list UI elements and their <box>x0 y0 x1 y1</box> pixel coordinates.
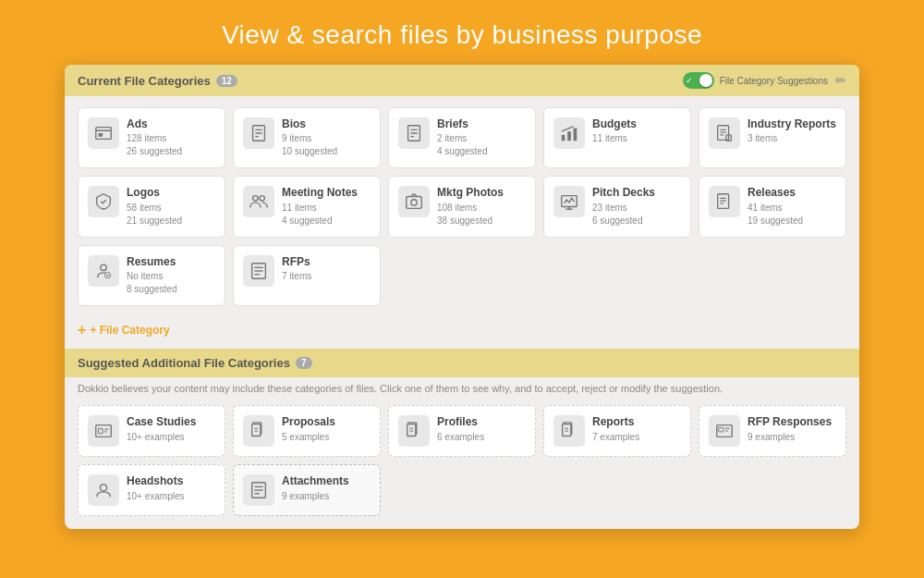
headshots-icon <box>88 474 119 506</box>
category-card-briefs[interactable]: Briefs 2 items4 suggested <box>388 107 536 168</box>
briefs-items: 2 items4 suggested <box>437 132 526 158</box>
file-category-suggestions-toggle[interactable] <box>683 72 714 89</box>
svg-rect-41 <box>252 424 261 437</box>
profiles-icon <box>398 415 430 447</box>
category-card-mktg-photos[interactable]: Mktg Photos 108 items38 suggested <box>388 176 536 237</box>
reports-examples: 7 examples <box>592 431 681 444</box>
toggle-container[interactable]: File Category Suggestions <box>683 72 828 89</box>
suggested-card-profiles[interactable]: Profiles 6 examples <box>388 405 536 457</box>
logos-name: Logos <box>127 186 215 199</box>
profiles-name: Profiles <box>437 415 526 428</box>
toggle-label: File Category Suggestions <box>720 76 828 86</box>
pitch-decks-name: Pitch Decks <box>592 186 681 199</box>
suggested-card-case-studies[interactable]: Case Studies 10+ examples <box>78 405 225 457</box>
suggested-categories-badge: 7 <box>296 357 312 369</box>
budgets-icon <box>553 117 585 149</box>
budgets-items: 11 items <box>592 132 681 145</box>
svg-rect-21 <box>407 197 422 209</box>
suggested-categories-grid: Case Studies 10+ examples Proposals 5 ex… <box>65 401 859 529</box>
bios-icon <box>243 117 274 149</box>
suggested-card-proposals[interactable]: Proposals 5 examples <box>233 405 381 457</box>
svg-rect-49 <box>563 424 571 437</box>
category-card-industry-reports[interactable]: Industry Reports 3 items <box>699 107 846 168</box>
category-card-budgets[interactable]: Budgets 11 items <box>543 107 691 168</box>
headshots-examples: 10+ examples <box>127 490 215 503</box>
category-card-releases[interactable]: Releases 41 items19 suggested <box>699 176 846 237</box>
proposals-icon <box>243 415 274 447</box>
category-card-meeting-notes[interactable]: Meeting Notes 11 items4 suggested <box>233 176 381 237</box>
svg-point-22 <box>411 200 417 205</box>
category-card-pitch-decks[interactable]: Pitch Decks 23 items6 suggested <box>543 176 691 237</box>
rfps-name: RFPs <box>282 255 371 268</box>
svg-rect-12 <box>567 131 571 141</box>
svg-rect-37 <box>99 428 103 434</box>
svg-point-56 <box>100 485 106 491</box>
suggested-card-headshots[interactable]: Headshots 10+ examples <box>78 464 225 516</box>
ads-icon <box>88 117 119 149</box>
main-panel: Current File Categories 12 File Category… <box>65 65 859 529</box>
logos-icon <box>88 186 119 217</box>
releases-items: 41 items19 suggested <box>748 202 836 228</box>
suggested-card-attachments[interactable]: Attachments 9 examples <box>233 464 381 516</box>
ads-items: 128 items26 suggested <box>127 132 215 158</box>
add-category-label: + File Category <box>90 324 169 337</box>
add-category-row: + + File Category <box>65 317 859 349</box>
industry-reports-items: 3 items <box>748 132 836 145</box>
resumes-name: Resumes <box>127 255 215 268</box>
case-studies-examples: 10+ examples <box>127 431 215 444</box>
bios-name: Bios <box>282 117 371 130</box>
mktg-photos-items: 108 items38 suggested <box>437 202 526 228</box>
suggested-description: Dokkio believes your content may include… <box>65 377 859 401</box>
budgets-name: Budgets <box>592 117 681 130</box>
pitch-decks-icon <box>553 186 585 217</box>
attachments-examples: 9 examples <box>282 490 371 503</box>
reports-icon <box>553 415 585 447</box>
suggested-categories-title: Suggested Additional File Categories <box>78 356 290 370</box>
category-card-logos[interactable]: Logos 58 items21 suggested <box>78 176 225 237</box>
logos-items: 58 items21 suggested <box>127 202 215 228</box>
ads-name: Ads <box>127 117 215 130</box>
edit-icon[interactable]: ✏ <box>835 73 846 88</box>
rfps-icon <box>243 255 274 287</box>
attachments-name: Attachments <box>282 474 371 487</box>
page-title: View & search files by business purpose <box>222 20 702 50</box>
resumes-items: No items8 suggested <box>127 270 215 296</box>
current-categories-grid: Ads 128 items26 suggested Bios 9 items10… <box>65 96 859 317</box>
profiles-examples: 6 examples <box>437 431 526 444</box>
briefs-name: Briefs <box>437 117 526 130</box>
resumes-icon <box>88 255 119 287</box>
svg-rect-11 <box>562 135 565 141</box>
category-card-bios[interactable]: Bios 9 items10 suggested <box>233 107 381 168</box>
svg-rect-13 <box>574 129 578 141</box>
category-card-ads[interactable]: Ads 128 items26 suggested <box>78 107 225 168</box>
category-card-resumes[interactable]: Resumes No items8 suggested <box>78 245 225 306</box>
mktg-photos-icon <box>398 186 430 217</box>
svg-point-19 <box>253 196 259 202</box>
svg-rect-0 <box>96 128 112 140</box>
rfp-responses-name: RFP Responses <box>748 415 836 428</box>
add-category-button[interactable]: + + File Category <box>78 323 170 338</box>
suggested-card-rfp-responses[interactable]: RFP Responses 9 examples <box>699 405 846 457</box>
meeting-notes-name: Meeting Notes <box>282 186 371 199</box>
current-categories-header: Current File Categories 12 File Category… <box>65 65 859 96</box>
reports-name: Reports <box>592 415 681 428</box>
svg-rect-45 <box>407 424 416 437</box>
current-categories-title: Current File Categories <box>78 74 211 88</box>
rfp-responses-examples: 9 examples <box>748 431 836 444</box>
category-card-rfps[interactable]: RFPs 7 items <box>233 245 381 306</box>
rfp-responses-icon <box>709 415 740 447</box>
case-studies-icon <box>88 415 119 447</box>
attachments-icon <box>243 474 274 506</box>
svg-point-30 <box>101 264 106 270</box>
rfps-items: 7 items <box>282 270 371 283</box>
pitch-decks-items: 23 items6 suggested <box>592 202 681 228</box>
proposals-name: Proposals <box>282 415 371 428</box>
suggested-card-reports[interactable]: Reports 7 examples <box>543 405 691 457</box>
industry-reports-icon <box>709 117 740 149</box>
releases-name: Releases <box>748 186 836 199</box>
bios-items: 9 items10 suggested <box>282 132 371 158</box>
plus-icon: + <box>78 323 86 338</box>
svg-rect-2 <box>99 133 103 137</box>
current-categories-badge: 12 <box>216 75 237 87</box>
suggested-categories-header: Suggested Additional File Categories 7 <box>65 349 859 377</box>
